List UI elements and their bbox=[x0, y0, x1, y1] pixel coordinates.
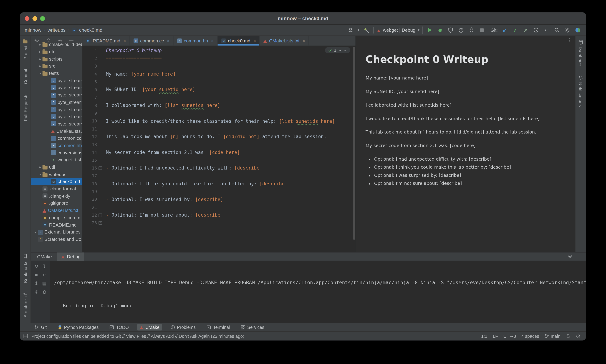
tab-cmakelists-txt[interactable]: CMakeLists.txt× bbox=[260, 36, 309, 45]
tree-item[interactable]: ≡.clang-format bbox=[31, 185, 82, 192]
tree-item[interactable]: Cbyte_stream… bbox=[31, 77, 82, 84]
tab-check0-md[interactable]: Mcheck0.md× bbox=[218, 36, 260, 45]
user-account-icon[interactable] bbox=[347, 26, 354, 34]
console-settings-gear-icon[interactable] bbox=[32, 289, 40, 295]
close-icon[interactable]: × bbox=[211, 38, 214, 43]
breadcrumb-folder[interactable]: writeups bbox=[48, 27, 66, 33]
tool-windows-icon[interactable] bbox=[23, 334, 28, 338]
tree-item[interactable]: Hconversions… bbox=[31, 149, 82, 156]
tree-item[interactable]: Ccommon.cc bbox=[31, 135, 82, 142]
collapse-all-icon[interactable] bbox=[46, 38, 51, 43]
tree-item[interactable]: Hcommon.hh bbox=[31, 142, 82, 149]
tree-item[interactable]: Cbyte_stream… bbox=[31, 99, 82, 106]
breadcrumb-project[interactable]: minnow bbox=[25, 27, 41, 33]
profiler-gauge-icon[interactable] bbox=[458, 26, 465, 34]
breadcrumb-file[interactable]: check0.md bbox=[79, 27, 102, 33]
history-clock-icon[interactable] bbox=[533, 26, 539, 34]
tree-item[interactable]: ▸etc bbox=[31, 48, 82, 55]
toolwindow-structure[interactable]: Structure bbox=[23, 292, 28, 317]
tree-item[interactable]: $webget_t.sh bbox=[31, 156, 82, 163]
chevron-down-icon[interactable]: ▾ bbox=[38, 172, 42, 176]
tree-item[interactable]: ▸util bbox=[31, 164, 82, 171]
settings-gear-icon[interactable] bbox=[564, 26, 571, 34]
chevron-up-icon[interactable] bbox=[338, 49, 342, 52]
editor[interactable]: 1 2 3 4 5 6 7 8 9 10 11 12 13 bbox=[82, 46, 356, 252]
toolwindow-terminal[interactable]: Terminal bbox=[204, 324, 233, 330]
chevron-down-icon[interactable] bbox=[344, 49, 347, 52]
minimize-panel-icon[interactable]: — bbox=[578, 254, 582, 259]
toolwindow-project[interactable]: Project bbox=[23, 39, 28, 60]
caret-position[interactable]: 1:1 bbox=[481, 334, 487, 338]
toolwindow-pull-requests[interactable]: Pull Requests bbox=[23, 93, 28, 121]
toolwindow-git[interactable]: Git bbox=[32, 324, 49, 330]
tab-common-hh[interactable]: Hcommon.hh× bbox=[173, 36, 218, 45]
close-icon[interactable]: × bbox=[253, 38, 256, 43]
fold-marker[interactable]: − bbox=[98, 213, 102, 217]
scroll-up-icon[interactable]: ↥ bbox=[32, 281, 40, 286]
chevron-right-icon[interactable]: ▸ bbox=[38, 57, 42, 61]
close-icon[interactable]: × bbox=[124, 38, 126, 43]
code-with-me-icon[interactable] bbox=[574, 26, 581, 34]
more-options-icon[interactable]: ⋮ bbox=[567, 38, 572, 43]
tree-item[interactable]: Cbyte_stream… bbox=[31, 113, 82, 120]
run-configuration-select[interactable]: webget | Debug ▾ bbox=[373, 26, 423, 34]
tree-item[interactable]: MREADME.md bbox=[31, 221, 82, 228]
close-window-button[interactable] bbox=[25, 16, 29, 21]
toolwindow-notifications[interactable]: Notifications bbox=[578, 75, 583, 107]
rollback-icon[interactable]: ↶ bbox=[543, 26, 550, 34]
git-push-icon[interactable]: ↗ bbox=[522, 26, 529, 34]
indexing-status-icon[interactable] bbox=[576, 334, 580, 338]
chevron-right-icon[interactable]: ▸ bbox=[38, 64, 42, 68]
build-hammer-icon[interactable] bbox=[363, 26, 370, 34]
tree-item[interactable]: {}compile_comm… bbox=[31, 214, 82, 221]
toolwindow-bookmarks[interactable]: Bookmarks bbox=[23, 254, 28, 283]
stop-icon[interactable]: ■ bbox=[32, 272, 40, 278]
toolwindow-python-packages[interactable]: Python Packages bbox=[55, 324, 101, 330]
minimize-window-button[interactable] bbox=[32, 16, 37, 21]
rerun-icon[interactable]: ↻ bbox=[32, 264, 40, 269]
print-icon[interactable]: ▤ bbox=[40, 281, 48, 286]
toolwindow-cmake[interactable]: CMake bbox=[137, 324, 162, 330]
panel-settings-gear-icon[interactable] bbox=[567, 254, 573, 259]
chevron-down-icon[interactable]: ▾ bbox=[38, 71, 42, 75]
cmake-console-output[interactable]: /opt/homebrew/bin/cmake -DCMAKE_BUILD_TY… bbox=[50, 261, 586, 323]
close-icon[interactable]: × bbox=[303, 38, 305, 43]
toolwindow-todo[interactable]: TODO bbox=[107, 324, 132, 330]
close-icon[interactable]: × bbox=[167, 38, 169, 43]
fold-marker[interactable]: − bbox=[98, 167, 102, 170]
code-area[interactable]: Checkpoint 0 Writeup ===================… bbox=[104, 46, 356, 252]
tree-item[interactable]: Cbyte_stream… bbox=[31, 91, 82, 99]
tree-item[interactable]: ▸scripts bbox=[31, 55, 82, 63]
tree-item[interactable]: SScratches and Co… bbox=[31, 236, 82, 243]
tree-item[interactable]: ▸src bbox=[31, 63, 82, 70]
git-update-icon[interactable]: ↙ bbox=[501, 26, 508, 34]
tree-item[interactable]: Cbyte_stream… bbox=[31, 84, 82, 91]
panel-settings-gear-icon[interactable] bbox=[58, 38, 63, 43]
locate-file-icon[interactable] bbox=[34, 38, 40, 43]
search-everywhere-icon[interactable] bbox=[553, 26, 560, 34]
inspections-widget[interactable]: 3 bbox=[325, 47, 350, 53]
tree-item[interactable]: ▸≡External Libraries bbox=[31, 229, 82, 236]
tab-readme-md[interactable]: MREADME.md× bbox=[82, 36, 130, 45]
indent-setting[interactable]: 4 spaces bbox=[522, 334, 539, 338]
profile-flame-icon[interactable] bbox=[468, 26, 475, 34]
tree-item[interactable]: ≡.clang-tidy bbox=[31, 193, 82, 200]
tree-item[interactable]: ◆.gitignore bbox=[31, 200, 82, 207]
toolwindow-database[interactable]: Database bbox=[578, 40, 583, 66]
file-encoding[interactable]: UTF-8 bbox=[503, 334, 516, 338]
tree-item[interactable]: ▾tests bbox=[31, 70, 82, 77]
chevron-right-icon[interactable]: ▸ bbox=[38, 165, 42, 169]
debug-button[interactable] bbox=[437, 26, 444, 34]
tab-common-cc[interactable]: Ccommon.cc× bbox=[130, 36, 173, 45]
clear-console-icon[interactable] bbox=[40, 289, 48, 295]
coverage-shield-icon[interactable] bbox=[447, 26, 454, 34]
editor-scrollbar[interactable] bbox=[353, 47, 355, 240]
chevron-right-icon[interactable]: ▸ bbox=[38, 50, 42, 54]
scroll-down-icon[interactable]: ↧ bbox=[40, 264, 48, 269]
soft-wrap-icon[interactable]: ↩ bbox=[40, 272, 48, 278]
fold-marker[interactable]: − bbox=[98, 221, 102, 225]
tree-item[interactable]: ▾writeups bbox=[31, 171, 82, 178]
git-branch-widget[interactable]: main bbox=[545, 334, 561, 338]
lock-icon[interactable] bbox=[566, 334, 570, 338]
tree-item[interactable]: Cbyte_stream… bbox=[31, 120, 82, 128]
